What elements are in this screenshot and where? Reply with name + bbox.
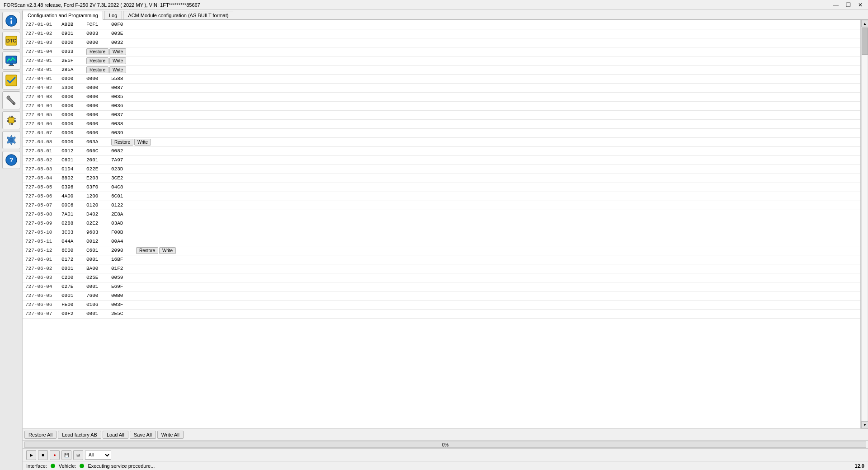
row-value3: 003F <box>108 300 133 309</box>
write-all-button[interactable]: Write All <box>157 431 184 439</box>
row-value1: C200 <box>59 273 84 282</box>
row-value1: 0000 <box>59 110 84 119</box>
tab-log[interactable]: Log <box>104 11 122 19</box>
log-filter-select[interactable]: All Errors Info Debug <box>85 451 111 460</box>
scroll-track[interactable] <box>861 27 868 421</box>
play-button[interactable]: ▶ <box>26 450 36 460</box>
data-table-area: 727-01-01A82BFCF100F0727-01-020901000300… <box>23 20 861 428</box>
load-all-button[interactable]: Load All <box>103 431 128 439</box>
sidebar-item-settings[interactable] <box>2 131 20 149</box>
row-value1: 044A <box>59 237 84 246</box>
progress-label: 0% <box>25 442 866 447</box>
restore-button[interactable]: Restore <box>111 139 133 146</box>
row-value3: 2E5C <box>108 309 133 318</box>
row-value3: F00B <box>108 228 133 237</box>
write-button[interactable]: Write <box>159 247 176 254</box>
restore-button[interactable]: Restore <box>86 48 108 55</box>
tab-acm[interactable]: ACM Module configuration (AS BUILT forma… <box>123 11 233 19</box>
row-value1: 3C03 <box>59 228 84 237</box>
row-value1: 2E5F <box>59 56 84 65</box>
restore-button[interactable]: ❐ <box>844 2 853 8</box>
sidebar-item-monitor[interactable] <box>2 52 20 70</box>
table-row: 727-01-03000000000032 <box>23 38 860 47</box>
table-row: 727-05-103C039603F00B <box>23 228 860 237</box>
sidebar-item-wrench[interactable] <box>2 91 20 109</box>
action-toolbar: Restore All Load factory AB Load All Sav… <box>23 428 868 440</box>
row-id: 727-04-04 <box>23 101 59 110</box>
row-id: 727-04-02 <box>23 83 59 92</box>
table-row: 727-06-06FE000106003F <box>23 300 860 309</box>
export-button[interactable]: ⊞ <box>73 450 83 460</box>
playback-controls: ▶ ■ ● 💾 ⊞ All Errors Info Debug <box>23 448 868 461</box>
row-value2: 0012 <box>84 237 108 246</box>
svg-rect-6 <box>10 63 13 65</box>
table-row: 727-05-09028802E203AD <box>23 219 860 228</box>
table-row: 727-05-087A01D4022E8A <box>23 210 860 219</box>
write-button[interactable]: Write <box>109 48 126 55</box>
row-value2: 2001 <box>84 155 108 164</box>
record-button[interactable]: ● <box>50 450 60 460</box>
row-id: 727-04-03 <box>23 92 59 101</box>
row-value1: 0000 <box>59 38 84 47</box>
version-label: 12.0 <box>855 463 864 469</box>
restore-button[interactable]: Restore <box>136 247 158 254</box>
config-table: 727-01-01A82BFCF100F0727-01-020901000300… <box>23 20 860 319</box>
restore-all-button[interactable]: Restore All <box>24 431 57 439</box>
row-value3: 0039 <box>108 128 133 137</box>
row-id: 727-05-12 <box>23 246 59 255</box>
write-button[interactable]: Write <box>134 139 151 146</box>
table-row: 727-04-02530000000087 <box>23 83 860 92</box>
sidebar-item-help[interactable]: ? <box>2 151 20 169</box>
row-value2: 0001 <box>84 309 108 318</box>
row-value3: 01F2 <box>108 264 133 273</box>
row-id: 727-06-06 <box>23 300 59 309</box>
row-id: 727-05-02 <box>23 155 59 164</box>
row-value1: 01D4 <box>59 164 84 174</box>
scroll-up-arrow[interactable]: ▲ <box>861 20 868 27</box>
table-row: 727-04-07000000000039 <box>23 128 860 137</box>
row-value1: 0001 <box>59 264 84 273</box>
sidebar-item-dtc[interactable]: DTC <box>2 32 20 50</box>
row-value2: 1200 <box>84 192 108 201</box>
row-value2: 0000 <box>84 92 108 101</box>
save-log-button[interactable]: 💾 <box>61 450 71 460</box>
write-button[interactable]: Write <box>109 66 126 73</box>
row-value1: FE00 <box>59 300 84 309</box>
row-value2: 0001 <box>84 282 108 291</box>
sidebar-item-info[interactable] <box>2 12 20 30</box>
row-value1: 4A00 <box>59 192 84 201</box>
row-id: 727-05-09 <box>23 219 59 228</box>
row-value3: 5588 <box>108 74 133 83</box>
scrollbar[interactable]: ▲ ▼ <box>861 20 868 428</box>
row-buttons: RestoreWrite <box>84 65 133 74</box>
svg-point-1 <box>10 18 12 19</box>
restore-button[interactable]: Restore <box>86 57 108 64</box>
row-value3: 16BF <box>108 255 133 264</box>
scroll-down-arrow[interactable]: ▼ <box>861 421 868 428</box>
write-button[interactable]: Write <box>109 57 126 64</box>
row-value3: 0059 <box>108 273 133 282</box>
table-row: 727-01-01A82BFCF100F0 <box>23 20 860 29</box>
table-row: 727-05-126C00C6012098RestoreWrite <box>23 246 860 255</box>
load-factory-ab-button[interactable]: Load factory AB <box>58 431 101 439</box>
row-value1: A82B <box>59 20 84 29</box>
table-row: 727-04-06000000000038 <box>23 119 860 128</box>
sidebar-item-programming[interactable] <box>2 111 20 129</box>
row-id: 727-03-01 <box>23 65 59 74</box>
table-row: 727-05-11044A001200A4 <box>23 237 860 246</box>
scroll-thumb[interactable] <box>862 28 868 55</box>
sidebar-item-check[interactable] <box>2 71 20 89</box>
row-value1: 0033 <box>59 47 84 56</box>
restore-button[interactable]: Restore <box>86 66 108 73</box>
close-button[interactable]: ✕ <box>856 2 864 8</box>
row-value3: 0087 <box>108 83 133 92</box>
minimize-button[interactable]: — <box>831 2 840 8</box>
save-all-button[interactable]: Save All <box>130 431 156 439</box>
tab-configuration[interactable]: Configuration and Programming <box>23 11 103 20</box>
stop-button[interactable]: ■ <box>38 450 48 460</box>
table-row: 727-05-048802E2033CE2 <box>23 174 860 183</box>
row-value1: 6C00 <box>59 246 84 255</box>
svg-rect-7 <box>9 65 14 66</box>
table-row: 727-06-03C200025E0059 <box>23 273 860 282</box>
svg-point-9 <box>13 103 14 104</box>
